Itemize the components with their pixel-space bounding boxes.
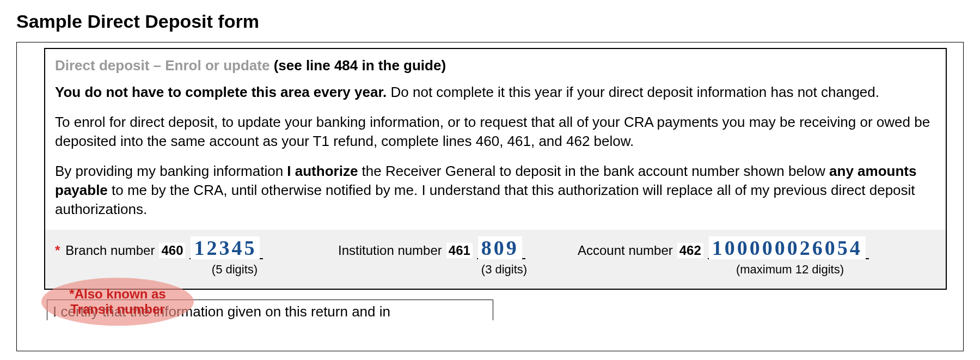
required-star-icon: * [55, 243, 60, 258]
institution-label: Institution number [338, 243, 442, 258]
paragraph-3: By providing my banking information I au… [55, 162, 936, 219]
account-label: Account number [578, 243, 673, 258]
para3-c: the Receiver General to deposit in the b… [358, 163, 829, 179]
institution-number-field: Institution number 461 809 (3 digits) [338, 237, 578, 277]
branch-label: Branch number [65, 243, 155, 258]
account-line-code: 462 [677, 243, 703, 258]
callout-text: *Also known as Transit number [49, 286, 186, 316]
header-grey-text: Direct deposit – Enrol or update [55, 57, 270, 74]
para1-bold: You do not have to complete this area ev… [55, 84, 387, 100]
section-header: Direct deposit – Enrol or update (see li… [55, 57, 936, 75]
account-number-field: Account number 462 100000026054 (maximum… [578, 237, 936, 277]
institution-line-code: 461 [446, 243, 473, 258]
direct-deposit-box: Direct deposit – Enrol or update (see li… [44, 48, 947, 290]
para1-rest: Do not complete it this year if your dir… [387, 84, 879, 100]
institution-value: 809 [478, 236, 522, 259]
institution-hint: (3 digits) [463, 263, 545, 277]
para3-a: By providing my banking information [55, 163, 287, 179]
page-title: Sample Direct Deposit form [16, 11, 964, 32]
torn-edge-mask [251, 331, 523, 351]
transit-number-callout: *Also known as Transit number [41, 278, 194, 326]
para3-e: to me by the CRA, until otherwise notifi… [55, 182, 915, 217]
header-black-text: (see line 484 in the guide) [270, 57, 446, 74]
form-outer-frame: Direct deposit – Enrol or update (see li… [16, 42, 964, 351]
account-value: 100000026054 [709, 236, 866, 259]
paragraph-1: You do not have to complete this area ev… [55, 83, 936, 102]
branch-number-field: * Branch number 460 12345 (5 digits) [55, 237, 338, 277]
paragraph-2: To enrol for direct deposit, to update y… [55, 113, 936, 151]
branch-value: 12345 [191, 236, 260, 259]
branch-line-code: 460 [159, 243, 185, 258]
branch-hint: (5 digits) [180, 263, 289, 277]
fields-row: * Branch number 460 12345 (5 digits) Ins… [45, 230, 946, 289]
para3-b: I authorize [287, 163, 358, 179]
account-hint: (maximum 12 digits) [687, 263, 893, 277]
